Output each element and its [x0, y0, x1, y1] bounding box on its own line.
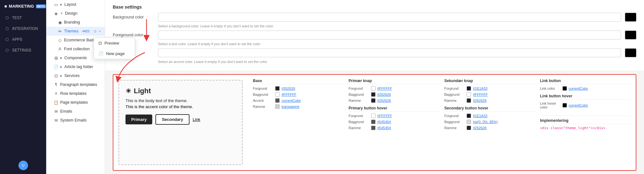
accent-color-hint: Select an accent color. Leave it empty i… [158, 60, 636, 64]
integration-icon: ⬡ [4, 26, 10, 31]
theme-secondary-button[interactable]: Secondary [155, 114, 189, 125]
sec-hover-forgrund-row: Forgrund #1E1A33 [444, 114, 535, 118]
beta-badge: BETA [36, 4, 46, 8]
components-icon: ⊞ [54, 56, 58, 60]
nav-item-paragraph-templates[interactable]: ¶ Paragraph templates [46, 80, 105, 89]
sidebar-item-label: SETTINGS [12, 48, 31, 52]
background-color-row: Background color [113, 13, 636, 22]
foreground-color-row: Foreground color [113, 31, 636, 39]
theme-link-button[interactable]: Link [193, 117, 200, 122]
sec-hover-forgrund-value[interactable]: #1E1A33 [473, 114, 487, 118]
implementering-title: Implementering [540, 118, 631, 124]
prim-forgrund-row: Forgrund #FFFFFF [349, 86, 440, 91]
base-ramme-value[interactable]: transparent [282, 105, 299, 108]
nav-item-branding[interactable]: ◉ Branding [46, 18, 105, 27]
prim-forgrund-swatch[interactable] [371, 86, 376, 91]
sec-hover-ramme-value[interactable]: #262626 [473, 126, 487, 130]
prim-hover-ramme-value[interactable]: #545454 [377, 126, 391, 130]
nav-item-system-emails[interactable]: ✉ System Emails [46, 116, 105, 125]
theme-accent-text: This is the accent color of the theme. [125, 104, 236, 109]
article-icon: 📄 [54, 65, 58, 69]
background-color-hint: Select a background color. Leave it empt… [158, 24, 636, 28]
nav-item-row-templates[interactable]: ≡ Row templates [46, 89, 105, 98]
prim-forgrund-value[interactable]: #FFFFFF [377, 87, 392, 90]
base-forgrund-swatch[interactable] [275, 86, 280, 91]
prim-ramme-swatch[interactable] [371, 98, 376, 103]
dropdown-item-preview[interactable]: ⊡ Preview [94, 38, 135, 48]
base-accent-value[interactable]: currentColor [282, 99, 301, 102]
theme-buttons: Primary Secondary Link [125, 114, 236, 125]
background-color-input[interactable] [158, 13, 621, 22]
link-color-value[interactable]: currentColor [569, 87, 588, 90]
marketing-icon: ■ [4, 4, 7, 9]
base-group-title: Base [253, 79, 344, 84]
foreground-color-swatch[interactable] [625, 31, 636, 39]
nav-item-emails[interactable]: ✉ Emails [46, 107, 105, 116]
implementering-section: Implementering <div class="theme_light">… [540, 115, 631, 130]
sec-hover-baggrund-swatch[interactable] [467, 120, 471, 124]
secondary-hover-title: Secondary button hover [444, 106, 535, 112]
sec-forgrund-value[interactable]: #1E1A33 [473, 87, 487, 90]
accent-color-swatch[interactable] [625, 48, 636, 57]
sidebar-item-apps[interactable]: ⬡ APPS [0, 34, 46, 45]
sec-baggrund-value[interactable]: #FFFFFF [473, 93, 488, 96]
settings-title: Base settings [113, 4, 636, 10]
base-ramme-swatch[interactable] [275, 104, 280, 109]
sec-baggrund-swatch[interactable] [467, 92, 471, 97]
row-icon: ≡ [54, 91, 58, 96]
sidebar-item-test[interactable]: ⬡ TEST [0, 12, 46, 23]
services-icon: ⊡ [54, 73, 58, 78]
prim-ramme-value[interactable]: #262626 [377, 99, 391, 102]
base-baggrund-row: Baggrund #FFFFFF [253, 92, 344, 97]
link-hover-color-value[interactable]: currentColor [569, 103, 588, 107]
prim-hover-ramme-row: Ramme #545454 [349, 126, 440, 130]
base-accent-row: Accent currentColor [253, 98, 344, 103]
sidebar-item-label: APPS [12, 37, 22, 42]
nav-item-themes[interactable]: ✏ Themes 4403 ⊙ + [46, 27, 105, 36]
avatar[interactable]: U [18, 161, 28, 170]
sec-forgrund-swatch[interactable] [467, 86, 471, 91]
color-group-primary-btn: Primær knap Forgrund #FFFFFF Baggrund #2… [349, 79, 440, 132]
sec-hover-ramme-swatch[interactable] [467, 126, 471, 130]
sec-ramme-value[interactable]: #262626 [473, 99, 487, 102]
prim-hover-baggrund-swatch[interactable] [371, 120, 376, 124]
dropdown-item-new-page[interactable]: 📄 New page [94, 48, 135, 59]
prim-hover-baggrund-value[interactable]: #545454 [377, 120, 391, 124]
prim-hover-forgrund-value[interactable]: #FFFFFF [377, 114, 392, 118]
sidebar-item-integration[interactable]: ⬡ INTEGRATION [0, 23, 46, 34]
nav-item-services[interactable]: ⊡ ▶ Services [46, 71, 105, 80]
prim-hover-forgrund-swatch[interactable] [371, 114, 376, 118]
sidebar-logo: ■ MARKETING BETA [0, 0, 46, 12]
theme-primary-button[interactable]: Primary [125, 115, 152, 124]
nav-item-design[interactable]: ◈ ▼ Design [46, 9, 105, 18]
badge-icon: ◇ [58, 38, 62, 42]
base-forgrund-value[interactable]: #262626 [282, 87, 295, 90]
nav-item-page-templates[interactable]: 📋 Page templates [46, 98, 105, 107]
foreground-color-input[interactable] [158, 31, 621, 39]
nav-item-layout[interactable]: ▭ ▶ Layout [46, 0, 105, 9]
prim-baggrund-swatch[interactable] [371, 92, 376, 97]
prim-baggrund-value[interactable]: #262626 [377, 93, 391, 96]
prim-baggrund-row: Baggrund #262626 [349, 92, 440, 97]
sec-forgrund-row: Forgrund #1E1A33 [444, 86, 535, 91]
link-hover-color-swatch[interactable] [562, 103, 567, 108]
sec-hover-ramme-row: Ramme #262626 [444, 126, 535, 130]
base-settings-panel: Base settings Background color Select a … [105, 0, 644, 71]
link-color-swatch[interactable] [562, 86, 567, 91]
sec-hover-forgrund-swatch[interactable] [467, 114, 471, 118]
prim-hover-ramme-swatch[interactable] [371, 126, 376, 130]
base-accent-swatch[interactable] [275, 98, 280, 103]
sidebar-item-label: INTEGRATION [12, 26, 38, 31]
base-baggrund-swatch[interactable] [275, 92, 280, 97]
sidebar-item-settings[interactable]: ⬡ SETTINGS [0, 45, 46, 56]
sec-hover-baggrund-value[interactable]: hsl(0, 0%, 85%) [473, 120, 498, 124]
background-color-label: Background color [113, 15, 154, 19]
sec-ramme-swatch[interactable] [467, 98, 471, 103]
foreground-color-label: Foreground color [113, 33, 154, 37]
background-color-swatch[interactable] [625, 13, 636, 22]
accent-color-input[interactable] [158, 48, 621, 57]
base-baggrund-value[interactable]: #FFFFFF [282, 93, 296, 96]
foreground-color-hint: Select a text color. Leave it empty if y… [158, 42, 636, 46]
nav-item-article-tag-folder[interactable]: 📄 ▶ Article tag folder [46, 62, 105, 71]
theme-body-text: This is the body text of the theme. [125, 98, 236, 103]
